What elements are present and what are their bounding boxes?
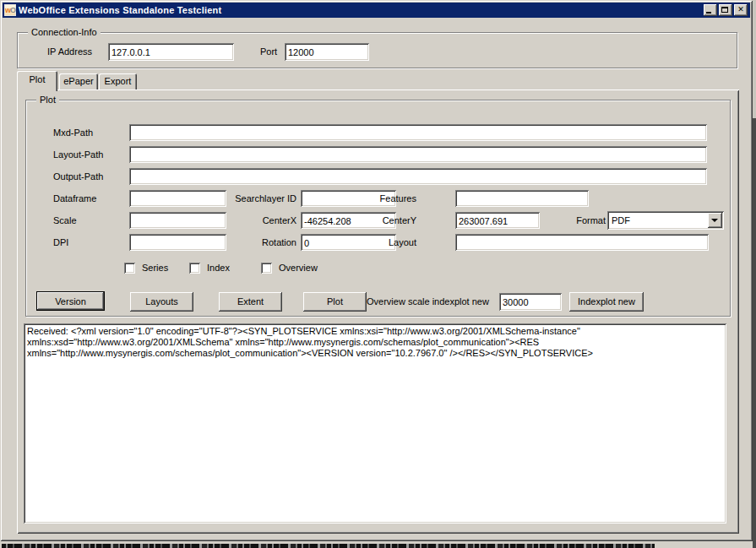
window-title: WebOffice Extensions Standalone Testclie…	[19, 5, 704, 15]
center-y-input[interactable]	[455, 212, 540, 229]
response-log-line: xmlns:xsd="http://www.w3.org/2001/XMLSch…	[27, 337, 723, 348]
plot-group-label: Plot	[36, 95, 59, 106]
features-input[interactable]	[455, 190, 589, 207]
index-checkbox-label: Index	[207, 263, 230, 273]
features-label: Features	[370, 193, 416, 204]
mxd-path-label: Mxd-Path	[53, 128, 93, 138]
ip-address-input[interactable]	[108, 43, 234, 61]
close-button[interactable]: ✕	[734, 4, 748, 16]
extent-button[interactable]: Extent	[219, 292, 282, 312]
maximize-button[interactable]	[719, 4, 732, 16]
overview-checkbox-group: Overview	[261, 262, 318, 274]
layout-path-input[interactable]	[129, 146, 707, 163]
layout-input[interactable]	[455, 234, 709, 251]
overview-checkbox[interactable]	[261, 263, 272, 274]
minimize-button[interactable]	[704, 4, 717, 16]
indexplot-new-button[interactable]: Indexplot new	[569, 292, 644, 312]
center-x-label: CenterX	[220, 215, 296, 226]
dataframe-label: Dataframe	[53, 193, 96, 204]
background-window-clipped-text	[2, 544, 655, 548]
dpi-label: DPI	[53, 237, 68, 248]
connection-info-group-label: Connection-Info	[28, 27, 101, 38]
ip-address-label: IP Address	[47, 46, 92, 57]
plot-group: Plot Mxd-Path Layout-Path Output-Path Da…	[25, 100, 731, 317]
response-log[interactable]: Received: <?xml version="1.0" encoding="…	[24, 323, 726, 524]
app-icon: wO	[4, 4, 16, 16]
index-checkbox[interactable]	[189, 263, 200, 274]
mxd-path-input[interactable]	[129, 124, 707, 141]
rotation-label: Rotation	[220, 237, 296, 248]
background-right-edge	[753, 0, 756, 548]
scale-input[interactable]	[129, 212, 226, 229]
output-path-label: Output-Path	[53, 171, 103, 182]
series-checkbox-group: Series	[124, 262, 168, 274]
format-label: Format	[547, 215, 606, 226]
overview-checkbox-label: Overview	[279, 263, 318, 273]
maximize-icon	[721, 7, 728, 13]
close-icon: ✕	[734, 4, 748, 16]
layout-label: Layout	[370, 237, 416, 248]
overview-scale-input[interactable]	[499, 293, 562, 311]
dataframe-input[interactable]	[129, 190, 226, 207]
format-dropdown-arrow-icon[interactable]	[708, 213, 722, 228]
response-log-line: xmlns="http://www.mysynergis.com/schemas…	[27, 348, 723, 359]
port-label: Port	[260, 46, 277, 57]
index-checkbox-group: Index	[189, 262, 230, 274]
response-log-line: Received: <?xml version="1.0" encoding="…	[27, 326, 723, 337]
window-controls: ✕	[704, 4, 748, 16]
app-icon-letter2: O	[10, 6, 15, 14]
series-checkbox-label: Series	[142, 263, 168, 273]
layouts-button[interactable]: Layouts	[130, 292, 193, 312]
layout-path-label: Layout-Path	[53, 149, 103, 160]
port-input[interactable]	[285, 43, 369, 61]
plot-button[interactable]: Plot	[303, 292, 367, 312]
version-button[interactable]: Version	[36, 291, 105, 311]
format-selected-value: PDF	[612, 215, 630, 225]
tab-plot[interactable]: Plot	[17, 71, 57, 91]
background-window-strip	[0, 541, 756, 548]
connection-info-group: Connection-Info IP Address Port	[17, 32, 737, 68]
dpi-input[interactable]	[129, 234, 226, 251]
series-checkbox[interactable]	[124, 263, 135, 274]
tab-epaper[interactable]: ePaper	[59, 73, 98, 90]
output-path-input[interactable]	[129, 168, 707, 185]
titlebar[interactable]: wO WebOffice Extensions Standalone Testc…	[3, 3, 750, 18]
tab-export[interactable]: Export	[99, 73, 137, 90]
searchlayer-id-label: Searchlayer ID	[220, 193, 296, 204]
scale-label: Scale	[53, 215, 77, 226]
overview-scale-label: Overview scale indexplot new	[367, 296, 489, 307]
app-window: wO WebOffice Extensions Standalone Testc…	[0, 0, 753, 541]
center-y-label: CenterY	[370, 215, 416, 226]
minimize-icon	[706, 12, 711, 14]
format-select[interactable]: PDF	[607, 211, 724, 230]
